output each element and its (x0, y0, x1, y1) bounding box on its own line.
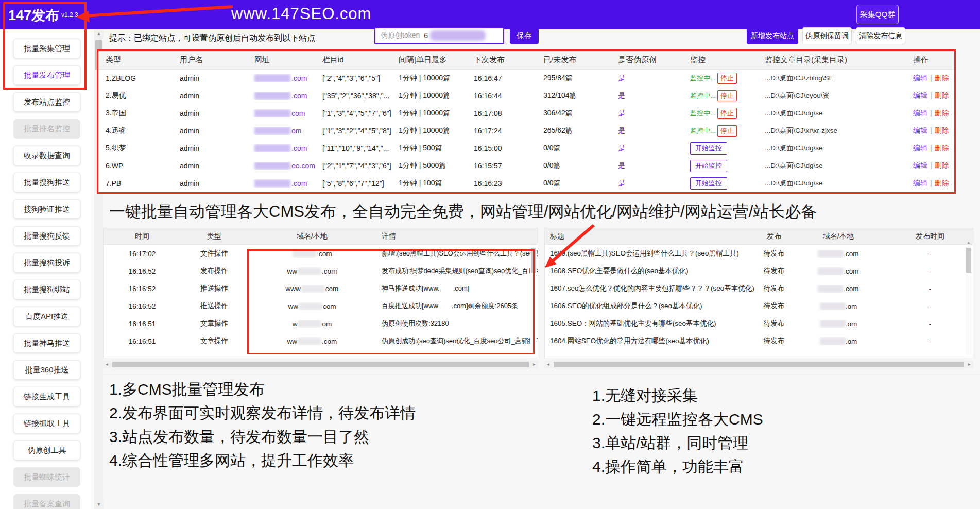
column-ids: ["5","8","6","7","12"] (318, 179, 394, 188)
sidebar-item-label: 批量搜狗绑站 (24, 285, 70, 295)
row-actions: 编辑|删除 (909, 179, 954, 188)
redacted-url-blur (254, 162, 290, 170)
clear-publish-info-button[interactable]: 清除发布信息 (856, 27, 905, 44)
sidebar-item[interactable]: 批量搜狗反馈 (13, 226, 80, 246)
cms-type: 6.WP (98, 162, 176, 170)
scroll-left-icon[interactable]: ◄ (544, 361, 552, 368)
pending-horizontal-scrollbar[interactable]: ◄ ► (544, 361, 973, 368)
edit-link[interactable]: 编辑 (913, 126, 927, 134)
pending-domain: .om (789, 320, 887, 328)
sidebar-item[interactable]: 批量搜狗绑站 (13, 280, 80, 299)
scroll-left-icon[interactable]: ◄ (103, 361, 111, 368)
domain-suffix: .om (846, 320, 857, 328)
sidebar-item-label: 批量排名监控 (24, 124, 70, 134)
delete-link[interactable]: 删除 (935, 126, 949, 134)
delete-link[interactable]: 删除 (935, 144, 949, 152)
sidebar-item-label: 批量360推送 (25, 365, 68, 375)
log-horizontal-scrollbar[interactable]: ◄ ► (103, 361, 538, 368)
add-publish-site-button[interactable]: 新增发布站点 (747, 27, 798, 44)
publish-time: - (887, 285, 973, 293)
scrollbar-thumb[interactable] (112, 362, 529, 367)
sidebar-item-label: 批量搜狗推送 (24, 178, 70, 188)
pseudo-original-reserved-words-button[interactable]: 伪原创保留词 (802, 27, 852, 44)
save-button[interactable]: 保存 (510, 27, 539, 44)
cms-type: 2.易优 (98, 91, 176, 100)
delete-link[interactable]: 删除 (935, 91, 949, 99)
edit-link[interactable]: 编辑 (913, 91, 927, 99)
sidebar-item[interactable]: 伪原创工具 (13, 440, 80, 460)
url-suffix: .com (291, 144, 307, 152)
col-title: 标题 (545, 232, 759, 241)
sidebar-item[interactable]: 批量搜狗投诉 (13, 253, 80, 273)
scrollbar-thumb[interactable] (554, 362, 964, 367)
col-domain: 域名/本地 (248, 232, 376, 241)
edit-link[interactable]: 编辑 (913, 144, 927, 152)
monitor-button[interactable]: 开始监控 (690, 142, 727, 155)
edit-link[interactable]: 编辑 (913, 179, 927, 187)
monitor-cell: 监控中...停止 (686, 73, 761, 84)
monitor-button[interactable]: 停止 (717, 73, 737, 84)
column-ids: ["2","1","7","4","3","6"] (318, 162, 394, 170)
log-domain: wom (248, 320, 376, 328)
sidebar-item[interactable]: 批量采集管理 (13, 39, 80, 58)
delete-link[interactable]: 删除 (935, 179, 949, 187)
cms-type: 7.PB (98, 179, 176, 188)
sidebar-item[interactable]: 百度API推送 (13, 307, 80, 326)
sidebar-item[interactable]: 链接抓取工具 (13, 414, 80, 433)
scroll-right-icon[interactable]: ► (966, 361, 973, 368)
table-row: 1.ZBLOG admin .com ["2","4","3","6","5"]… (98, 70, 954, 87)
scroll-down-icon[interactable]: ▼ (94, 500, 104, 509)
log-type: 文章操作 (181, 319, 248, 328)
feature-list-left: 1.多CMS批量管理发布2.发布界面可实时观察发布详情，待发布详情3.站点发布数… (109, 378, 416, 472)
table-row: 2.易优 admin .com ["35","2","36","38","...… (98, 87, 954, 105)
edit-link[interactable]: 编辑 (913, 74, 927, 82)
delete-link[interactable]: 删除 (935, 74, 949, 82)
article-title: 1609.(seo黑帽工具)SEO会运用到些什么工具？(seo黑帽工具) (545, 249, 759, 258)
sidebar-item[interactable]: 批量神马推送 (13, 333, 80, 353)
sidebar-item[interactable]: 批量蜘蛛统计 (13, 467, 80, 487)
sidebar-item[interactable]: 发布站点监控 (13, 92, 80, 112)
sidebar-item[interactable]: 批量发布管理 (13, 65, 80, 85)
action-separator: | (930, 126, 932, 134)
scroll-right-icon[interactable]: ► (530, 361, 538, 368)
username: admin (176, 92, 250, 100)
list-item: 1604.网站SEO优化的常用方法有哪些(seo基本优化) 待发布 .om - (545, 332, 973, 350)
action-separator: | (930, 74, 932, 82)
scrollbar-thumb[interactable] (531, 248, 536, 273)
monitor-button[interactable]: 停止 (717, 108, 737, 119)
monitor-button[interactable]: 停止 (717, 90, 737, 101)
domain-prefix: ww (287, 337, 298, 345)
scrollbar-thumb[interactable] (966, 248, 971, 273)
sidebar-item[interactable]: 批量备案查询 (13, 494, 80, 509)
sidebar-item-label: 批量神马推送 (24, 338, 70, 348)
delete-link[interactable]: 删除 (935, 161, 949, 169)
col-publish-state: 发布 (759, 232, 789, 241)
site-url-cell: .com (250, 144, 318, 152)
monitor-button[interactable]: 停止 (717, 125, 737, 137)
sidebar-item[interactable]: 搜狗验证推送 (13, 199, 80, 219)
delete-link[interactable]: 删除 (935, 109, 949, 117)
scroll-up-icon[interactable]: ▲ (94, 29, 104, 38)
published-count: 0/0篇 (539, 144, 614, 153)
scroll-up-icon[interactable]: ▲ (966, 241, 972, 244)
domain-suffix: .com (844, 267, 858, 275)
monitor-button[interactable]: 开始监控 (690, 177, 727, 190)
sidebar-item[interactable]: 批量360推送 (13, 360, 80, 380)
pseudo-original-token-input[interactable]: 伪原创token 6 (374, 27, 504, 44)
qq-group-button[interactable]: 采集QQ群 (856, 5, 899, 24)
column-ids: ["11","10","9","14","... (318, 144, 394, 152)
sidebar-item[interactable]: 批量搜狗推送 (13, 173, 80, 192)
sidebar-item-label: 发布站点监控 (24, 97, 70, 107)
action-separator: | (930, 91, 932, 99)
edit-link[interactable]: 编辑 (913, 109, 927, 117)
pending-vertical-scrollbar[interactable]: ▲ (966, 247, 972, 355)
sidebar-item[interactable]: 链接生成工具 (13, 387, 80, 406)
sidebar-item[interactable]: 批量排名监控 (13, 119, 80, 139)
sidebar-item[interactable]: 收录数据查询 (13, 146, 80, 165)
monitor-button[interactable]: 开始监控 (690, 160, 727, 172)
url-suffix: com (291, 109, 305, 117)
log-vertical-scrollbar[interactable] (530, 247, 537, 355)
edit-link[interactable]: 编辑 (913, 161, 927, 169)
url-suffix: om (291, 127, 301, 135)
domain-suffix: com (323, 302, 336, 310)
